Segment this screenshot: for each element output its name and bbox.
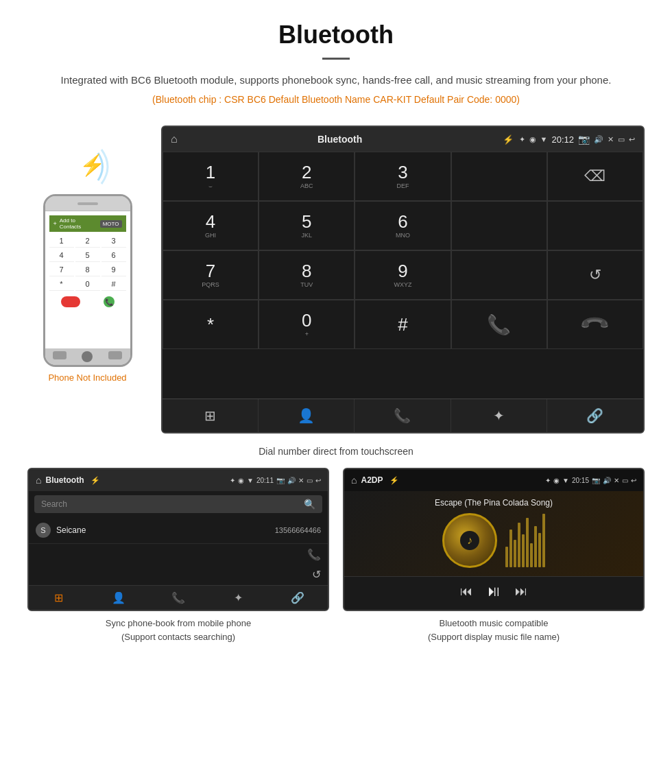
- bt-waves-icon: ⚡: [60, 146, 115, 187]
- car-status-bar: ⌂ Bluetooth ⚡ ✦ ◉ ▼ 20:12 📷 🔊 ✕ ▭ ↩: [163, 127, 643, 152]
- music-title: A2DP: [361, 475, 383, 485]
- header-section: Bluetooth Integrated with BC6 Bluetooth …: [0, 0, 672, 119]
- person-icon: 👤: [298, 407, 315, 424]
- music-caption-line2: (Support display music file name): [428, 632, 560, 642]
- music-vol-icon: 🔊: [603, 477, 611, 484]
- pb-contact-name: Seicane: [56, 525, 275, 535]
- car-screen-title: Bluetooth: [183, 134, 497, 145]
- page-title: Bluetooth: [41, 21, 631, 49]
- pb-refresh-icon[interactable]: ↺: [312, 568, 321, 581]
- pb-nav-link[interactable]: 🔗: [268, 586, 328, 610]
- phone-dialpad: 1 2 3 4 5 6 7 8 9 * 0 #: [49, 235, 126, 291]
- music-content: Escape (The Pina Colada Song) ♪: [344, 491, 643, 576]
- music-song-title: Escape (The Pina Colada Song): [435, 498, 553, 508]
- dial-reload-button[interactable]: ↺: [547, 250, 643, 300]
- car-nav-dialpad[interactable]: ⊞: [163, 399, 259, 432]
- dial-key-1[interactable]: 1 ⌣: [163, 152, 259, 201]
- music-playpause-button[interactable]: ⏯: [486, 582, 501, 600]
- phone-dial-key: 9: [101, 263, 126, 276]
- phone-action-row: 📞: [49, 294, 126, 310]
- phonebook-caption-line1: Sync phone-book from mobile phone: [106, 618, 251, 628]
- pb-contact-number: 13566664466: [275, 526, 321, 534]
- pb-back-icon: ↩: [315, 477, 321, 484]
- eq-bar: [518, 523, 520, 567]
- car-nav-bluetooth[interactable]: ✦: [451, 399, 547, 432]
- phonebook-frame: ⌂ Bluetooth ⚡ ✦ ◉ ▼ 20:11 📷 🔊 ✕ ▭ ↩ Sear…: [27, 468, 329, 611]
- pb-nav-dialpad[interactable]: ⊞: [29, 586, 88, 610]
- phone-dial-key: 0: [75, 278, 100, 291]
- dial-hangup-button[interactable]: 📞: [547, 300, 643, 349]
- dial-key-star[interactable]: *: [163, 300, 259, 349]
- car-bottom-nav: ⊞ 👤 📞 ✦ 🔗: [163, 399, 643, 432]
- link-icon: 🔗: [586, 407, 603, 424]
- phone-mockup: + Add to Contacts MOTO 1 2 3 4 5 6 7 8 9…: [43, 194, 132, 367]
- pb-contact-avatar: S: [36, 523, 51, 538]
- phonebook-screenshot-block: ⌂ Bluetooth ⚡ ✦ ◉ ▼ 20:11 📷 🔊 ✕ ▭ ↩ Sear…: [27, 468, 329, 646]
- pb-nav-phone[interactable]: 📞: [148, 586, 208, 610]
- pb-time: 20:11: [256, 477, 274, 484]
- dial-key-6[interactable]: 6 MNO: [355, 201, 451, 250]
- pb-search-placeholder: Search: [41, 499, 67, 509]
- music-cam-icon: 📷: [592, 477, 600, 484]
- bt-waves-container: ⚡: [43, 146, 132, 190]
- phone-dial-key: 6: [101, 249, 126, 262]
- pb-usb-icon: ⚡: [91, 476, 100, 485]
- dial-backspace-button[interactable]: ⌫: [547, 152, 643, 201]
- camera-icon: 📷: [578, 134, 590, 145]
- title-divider: [322, 58, 350, 60]
- music-usb-icon: ⚡: [389, 476, 399, 485]
- dial-call-button[interactable]: 📞: [451, 300, 547, 349]
- pb-search-bar[interactable]: Search 🔍: [34, 495, 322, 513]
- pb-contact-row: S Seicane 13566664466: [29, 517, 328, 544]
- music-win-icon: ▭: [622, 477, 628, 484]
- dial-key-3[interactable]: 3 DEF: [355, 152, 451, 201]
- eq-bar: [542, 514, 545, 567]
- music-loc-icon: ◉: [553, 477, 560, 484]
- car-screen-container: ⌂ Bluetooth ⚡ ✦ ◉ ▼ 20:12 📷 🔊 ✕ ▭ ↩: [161, 126, 645, 433]
- dial-key-4[interactable]: 4 GHI: [163, 201, 259, 250]
- music-wifi-icon: ▼: [562, 477, 569, 484]
- bottom-screenshots: ⌂ Bluetooth ⚡ ✦ ◉ ▼ 20:11 📷 🔊 ✕ ▭ ↩ Sear…: [0, 468, 672, 653]
- back-icon: ↩: [629, 135, 635, 144]
- phone-dial-key: 8: [75, 263, 100, 276]
- car-nav-contacts[interactable]: 👤: [259, 399, 355, 432]
- phone-dial-key: 7: [49, 263, 74, 276]
- dial-caption: Dial number direct from touchscreen: [0, 440, 672, 468]
- pb-nav-person[interactable]: 👤: [88, 586, 148, 610]
- description-text: Integrated with BC6 Bluetooth module, su…: [41, 72, 631, 88]
- music-disc: ♪: [442, 513, 497, 568]
- phonebook-caption-line2: (Support contacts searching): [121, 632, 235, 642]
- pb-call-icon[interactable]: 📞: [307, 548, 321, 561]
- music-close-icon: ✕: [614, 477, 619, 484]
- car-screen-dial: ⌂ Bluetooth ⚡ ✦ ◉ ▼ 20:12 📷 🔊 ✕ ▭ ↩: [161, 126, 645, 433]
- dial-key-8[interactable]: 8 TUV: [259, 250, 355, 300]
- phone-bottom-bar: [45, 348, 130, 365]
- music-next-button[interactable]: ⏭: [515, 584, 527, 599]
- dial-key-2[interactable]: 2 ABC: [259, 152, 355, 201]
- dial-empty-1: [451, 152, 547, 201]
- svg-text:⚡: ⚡: [80, 153, 106, 178]
- phone-dial-key: 3: [101, 235, 126, 248]
- pb-bottom-nav: ⊞ 👤 📞 ✦ 🔗: [29, 585, 328, 610]
- pb-title: Bluetooth: [45, 475, 84, 485]
- music-prev-button[interactable]: ⏮: [460, 584, 472, 599]
- music-disc-container: ♪: [442, 513, 497, 568]
- car-nav-link[interactable]: 🔗: [547, 399, 643, 432]
- dial-key-9[interactable]: 9 WXYZ: [355, 250, 451, 300]
- phone-dial-key: 5: [75, 249, 100, 262]
- car-nav-phone[interactable]: 📞: [355, 399, 451, 432]
- eq-bar: [514, 540, 516, 567]
- dial-key-5[interactable]: 5 JKL: [259, 201, 355, 250]
- dial-key-hash[interactable]: #: [355, 300, 451, 349]
- phone-nav-btn: [108, 351, 122, 359]
- dial-key-7[interactable]: 7 PQRS: [163, 250, 259, 300]
- eq-bar: [505, 547, 508, 567]
- dial-key-0[interactable]: 0 +: [259, 300, 355, 349]
- home-icon: ⌂: [171, 133, 178, 145]
- music-screenshot-block: ⌂ A2DP ⚡ ✦ ◉ ▼ 20:15 📷 🔊 ✕ ▭ ↩ Escape (T…: [343, 468, 645, 646]
- music-bt-icon: ✦: [545, 477, 551, 484]
- pb-nav-bt[interactable]: ✦: [208, 586, 268, 610]
- music-frame: ⌂ A2DP ⚡ ✦ ◉ ▼ 20:15 📷 🔊 ✕ ▭ ↩ Escape (T…: [343, 468, 645, 611]
- pb-close-icon: ✕: [298, 477, 304, 484]
- music-equalizer: [505, 515, 545, 570]
